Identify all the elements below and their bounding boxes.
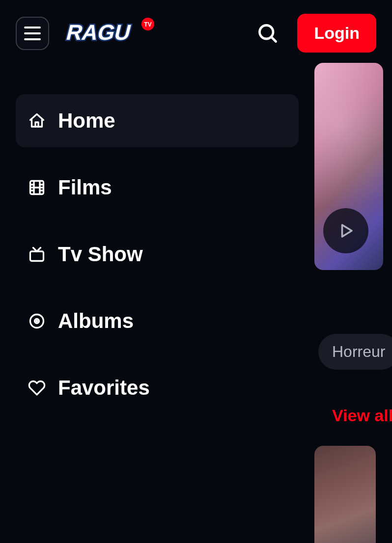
category-chip-row: Horreur bbox=[314, 334, 392, 370]
sidebar-item-label: Tv Show bbox=[58, 243, 143, 266]
view-all-row: View all bbox=[314, 406, 392, 425]
sidebar-item-label: Favorites bbox=[58, 376, 150, 400]
view-all-link[interactable]: View all bbox=[332, 406, 392, 425]
sidebar-item-favorites[interactable]: Favorites bbox=[16, 361, 299, 414]
sidebar-item-home[interactable]: Home bbox=[16, 94, 299, 147]
tv-icon bbox=[28, 245, 46, 264]
search-button[interactable] bbox=[254, 20, 281, 47]
menu-button[interactable] bbox=[16, 17, 49, 50]
play-icon bbox=[337, 222, 355, 240]
play-button[interactable] bbox=[323, 208, 368, 253]
hero-card[interactable] bbox=[314, 63, 383, 270]
header: RAGU TV Login bbox=[0, 0, 392, 66]
logo-text: RAGU bbox=[64, 20, 134, 44]
svg-rect-11 bbox=[30, 251, 44, 261]
thumbnail-card[interactable] bbox=[314, 446, 376, 543]
sidebar-item-label: Albums bbox=[58, 309, 134, 333]
svg-line-2 bbox=[272, 37, 276, 41]
heart-icon bbox=[28, 379, 46, 397]
film-icon bbox=[28, 178, 46, 197]
search-icon bbox=[257, 23, 279, 44]
sidebar-item-tvshow[interactable]: Tv Show bbox=[16, 228, 299, 281]
sidebar-item-label: Films bbox=[58, 176, 112, 199]
logo-badge-text: TV bbox=[144, 21, 151, 28]
logo[interactable]: RAGU TV bbox=[58, 17, 155, 50]
content-area: Horreur View all bbox=[314, 63, 392, 543]
sidebar-item-films[interactable]: Films bbox=[16, 161, 299, 214]
svg-marker-15 bbox=[342, 225, 352, 237]
login-button[interactable]: Login bbox=[297, 14, 376, 53]
sidebar-item-albums[interactable]: Albums bbox=[16, 295, 299, 348]
category-chip-horreur[interactable]: Horreur bbox=[318, 334, 392, 370]
svg-point-14 bbox=[36, 321, 37, 322]
sidebar-item-label: Home bbox=[58, 109, 115, 133]
hamburger-icon bbox=[24, 27, 41, 40]
home-icon bbox=[28, 111, 46, 130]
disc-icon bbox=[28, 312, 46, 330]
sidebar: Home Films Tv Show bbox=[0, 63, 314, 543]
